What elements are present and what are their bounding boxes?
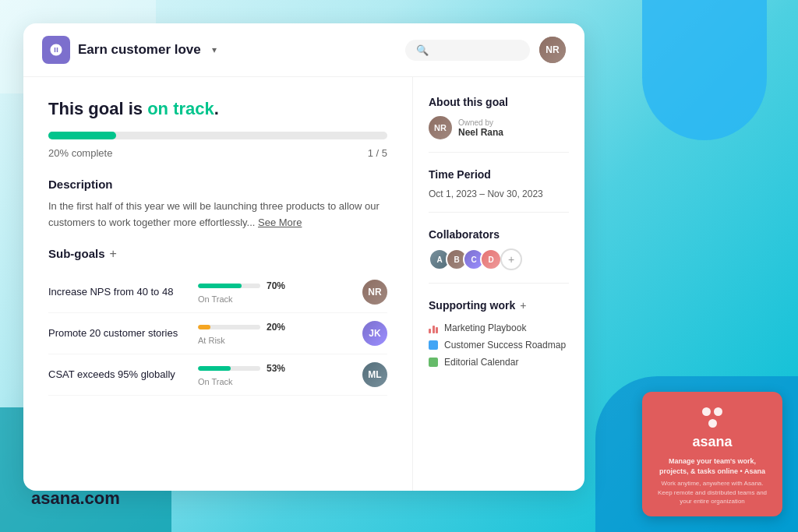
collaborator-avatar: D [480, 248, 502, 270]
work-item: Marketing Playbook [429, 319, 569, 336]
asana-dot-center [708, 419, 717, 428]
user-avatar[interactable]: NR [539, 37, 566, 63]
status-value: on track [147, 99, 214, 118]
bar-chart-icon [429, 322, 438, 333]
goal-icon [42, 36, 70, 64]
subgoal-avatar: JK [362, 321, 387, 346]
header: Earn customer love ▾ 🔍 NR [23, 23, 584, 77]
work-label[interactable]: Marketing Playbook [444, 322, 526, 333]
subgoal-progress: 70% On Track [198, 280, 353, 304]
goal-title: Earn customer love [78, 42, 201, 58]
asana-dots-bottom-row [708, 419, 717, 428]
collaborators-row: A B C D + [429, 248, 569, 270]
owner-name: Neel Rana [458, 127, 503, 138]
subgoal-progress: 20% At Risk [198, 322, 353, 345]
work-label[interactable]: Editorial Calendar [444, 357, 518, 368]
green-square-icon [429, 358, 438, 367]
goal-status-heading: This goal is on track. [48, 99, 387, 119]
collaborators-title: Collaborators [429, 228, 569, 241]
subgoal-status: On Track [198, 294, 353, 304]
header-left: Earn customer love ▾ [42, 36, 217, 64]
progress-fraction: 1 / 5 [368, 147, 387, 159]
main-card: Earn customer love ▾ 🔍 NR This goal is o… [23, 23, 584, 491]
asana-domain-text: asana.com [31, 488, 120, 509]
description-title: Description [48, 178, 387, 191]
time-period-title: Time Period [429, 168, 569, 181]
subgoal-row: Promote 20 customer stories 20% At Risk … [48, 313, 387, 354]
left-panel: This goal is on track. 20% complete 1 / … [23, 77, 413, 491]
bg-blob-tr [642, 0, 767, 140]
asana-dot-left [702, 407, 711, 416]
progress-meta: 20% complete 1 / 5 [48, 147, 387, 159]
subgoal-progress-row: 70% [198, 280, 353, 291]
supporting-work-header: Supporting work + [429, 299, 569, 312]
subgoal-pct: 70% [267, 280, 285, 291]
add-work-icon[interactable]: + [520, 299, 526, 312]
subgoal-name: Promote 20 customer stories [48, 327, 189, 339]
add-collaborator-button[interactable]: + [500, 248, 522, 270]
asana-sub-text: Work anytime, anywhere with Asana. Keep … [655, 479, 770, 506]
subgoal-pct: 53% [267, 363, 285, 374]
owned-by-row: NR Owned by Neel Rana [429, 116, 569, 139]
subgoals-header: Sub-goals + [48, 247, 387, 261]
subgoal-status: At Risk [198, 336, 353, 345]
time-period-dates: Oct 1, 2023 – Nov 30, 2023 [429, 188, 569, 199]
right-panel: About this goal NR Owned by Neel Rana Ti… [413, 77, 584, 491]
blue-square-icon [429, 340, 438, 350]
subgoal-avatar: ML [362, 362, 387, 387]
description-text: In the first half of this year we will b… [48, 199, 387, 231]
asana-dot-right [714, 407, 722, 416]
asana-dots-top-row [702, 407, 722, 416]
asana-ad-card: asana Manage your team's work, projects,… [642, 392, 782, 516]
search-input[interactable] [433, 44, 519, 56]
subgoal-pct: 20% [267, 322, 285, 333]
subgoal-progress: 53% On Track [198, 363, 353, 386]
subgoal-status: On Track [198, 377, 353, 386]
subgoal-name: CSAT exceeds 95% globally [48, 368, 189, 380]
progress-bar-fill [48, 132, 116, 139]
owner-info: Owned by Neel Rana [458, 118, 503, 138]
subgoal-progress-row: 20% [198, 322, 353, 333]
about-title: About this goal [429, 96, 569, 108]
time-period-section: Time Period Oct 1, 2023 – Nov 30, 2023 [429, 168, 569, 213]
subgoal-row: Increase NPS from 40 to 48 70% On Track … [48, 272, 387, 313]
add-subgoal-icon[interactable]: + [110, 247, 117, 261]
work-item: Editorial Calendar [429, 354, 569, 371]
asana-tagline: Manage your team's work, projects, & tas… [655, 456, 770, 476]
owner-avatar: NR [429, 116, 452, 139]
work-label[interactable]: Customer Success Roadmap [444, 340, 566, 351]
asana-logo [702, 407, 722, 428]
subgoal-progress-row: 53% [198, 363, 353, 374]
work-item: Customer Success Roadmap [429, 336, 569, 354]
mini-progress-bar [198, 325, 260, 329]
subgoal-avatar: NR [362, 280, 387, 305]
subgoal-row: CSAT exceeds 95% globally 53% On Track M… [48, 354, 387, 396]
subgoals-title: Sub-goals [48, 247, 105, 260]
mini-progress-bar [198, 366, 260, 371]
header-right: 🔍 NR [405, 37, 566, 63]
progress-bar-container [48, 132, 387, 139]
see-more-link[interactable]: See More [258, 217, 302, 228]
status-suffix: . [214, 99, 219, 118]
progress-label: 20% complete [48, 147, 112, 159]
collaborators-section: Collaborators A B C D + [429, 228, 569, 284]
mini-progress-bar [198, 284, 260, 288]
status-prefix: This goal is [48, 99, 147, 118]
subgoal-name: Increase NPS from 40 to 48 [48, 286, 189, 298]
supporting-work-title: Supporting work [429, 299, 515, 312]
supporting-work-section: Supporting work + Marketing Playbook Cus… [429, 299, 569, 383]
content-area: This goal is on track. 20% complete 1 / … [23, 77, 584, 491]
chevron-down-icon[interactable]: ▾ [212, 44, 217, 55]
about-section: About this goal NR Owned by Neel Rana [429, 96, 569, 153]
search-bar[interactable]: 🔍 [405, 40, 530, 61]
asana-brand-name: asana [692, 434, 732, 450]
owner-label: Owned by [458, 118, 503, 127]
search-icon: 🔍 [416, 44, 429, 56]
